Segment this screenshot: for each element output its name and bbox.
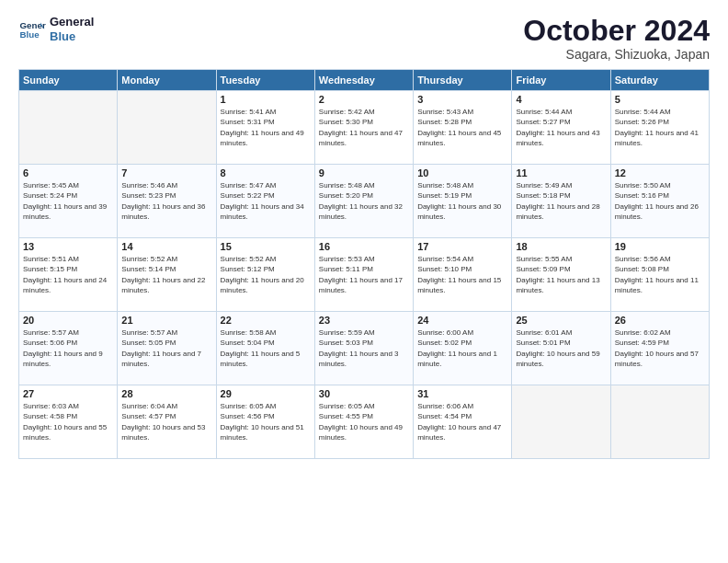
day-number: 17 xyxy=(417,241,507,252)
week-row-1: 1Sunrise: 5:41 AMSunset: 5:31 PMDaylight… xyxy=(19,91,710,165)
day-number: 28 xyxy=(121,388,211,399)
weekday-header-row: SundayMondayTuesdayWednesdayThursdayFrid… xyxy=(19,70,710,91)
week-row-3: 13Sunrise: 5:51 AMSunset: 5:15 PMDayligh… xyxy=(19,238,710,312)
calendar-cell-24: 24Sunrise: 6:00 AMSunset: 5:02 PMDayligh… xyxy=(414,312,512,385)
calendar-container: General Blue General Blue October 2024 S… xyxy=(0,0,728,563)
day-number: 13 xyxy=(23,241,113,252)
calendar-cell-27: 27Sunrise: 6:03 AMSunset: 4:58 PMDayligh… xyxy=(19,385,118,459)
day-info: Sunrise: 5:48 AMSunset: 5:20 PMDaylight:… xyxy=(319,180,409,222)
calendar-table: SundayMondayTuesdayWednesdayThursdayFrid… xyxy=(18,69,710,459)
calendar-cell-7: 7Sunrise: 5:46 AMSunset: 5:23 PMDaylight… xyxy=(118,165,216,238)
day-number: 31 xyxy=(417,388,507,399)
week-row-5: 27Sunrise: 6:03 AMSunset: 4:58 PMDayligh… xyxy=(19,385,710,459)
day-number: 22 xyxy=(221,315,311,326)
day-number: 27 xyxy=(23,388,113,399)
day-info: Sunrise: 5:57 AMSunset: 5:06 PMDaylight:… xyxy=(23,327,113,369)
calendar-cell-31: 31Sunrise: 6:06 AMSunset: 4:54 PMDayligh… xyxy=(414,385,512,459)
day-number: 1 xyxy=(221,94,311,105)
day-info: Sunrise: 6:02 AMSunset: 4:59 PMDaylight:… xyxy=(615,327,705,369)
day-info: Sunrise: 5:53 AMSunset: 5:11 PMDaylight:… xyxy=(319,254,409,295)
calendar-cell-4: 4Sunrise: 5:44 AMSunset: 5:27 PMDaylight… xyxy=(512,91,610,165)
day-number: 23 xyxy=(319,315,409,326)
calendar-cell-6: 6Sunrise: 5:45 AMSunset: 5:24 PMDaylight… xyxy=(19,165,118,238)
day-number: 21 xyxy=(121,315,211,326)
day-info: Sunrise: 5:52 AMSunset: 5:12 PMDaylight:… xyxy=(221,254,311,295)
day-number: 6 xyxy=(23,167,113,178)
calendar-cell-19: 19Sunrise: 5:56 AMSunset: 5:08 PMDayligh… xyxy=(610,238,709,312)
day-info: Sunrise: 6:00 AMSunset: 5:02 PMDaylight:… xyxy=(417,327,507,369)
month-title: October 2024 xyxy=(523,15,710,47)
day-info: Sunrise: 5:46 AMSunset: 5:23 PMDaylight:… xyxy=(121,180,211,222)
day-info: Sunrise: 5:44 AMSunset: 5:27 PMDaylight:… xyxy=(516,107,606,148)
day-info: Sunrise: 5:47 AMSunset: 5:22 PMDaylight:… xyxy=(221,180,311,222)
calendar-cell-23: 23Sunrise: 5:59 AMSunset: 5:03 PMDayligh… xyxy=(314,312,413,385)
day-info: Sunrise: 5:57 AMSunset: 5:05 PMDaylight:… xyxy=(121,327,211,369)
week-row-4: 20Sunrise: 5:57 AMSunset: 5:06 PMDayligh… xyxy=(19,312,710,385)
day-info: Sunrise: 6:05 AMSunset: 4:55 PMDaylight:… xyxy=(319,401,409,442)
calendar-cell-20: 20Sunrise: 5:57 AMSunset: 5:06 PMDayligh… xyxy=(19,312,118,385)
weekday-header-sunday: Sunday xyxy=(19,70,118,91)
weekday-header-friday: Friday xyxy=(512,70,610,91)
logo: General Blue General Blue xyxy=(18,15,94,43)
calendar-cell-3: 3Sunrise: 5:43 AMSunset: 5:28 PMDaylight… xyxy=(414,91,512,165)
calendar-cell-25: 25Sunrise: 6:01 AMSunset: 5:01 PMDayligh… xyxy=(512,312,610,385)
day-number: 24 xyxy=(417,315,507,326)
calendar-cell-empty xyxy=(610,385,709,459)
calendar-cell-17: 17Sunrise: 5:54 AMSunset: 5:10 PMDayligh… xyxy=(414,238,512,312)
day-info: Sunrise: 5:41 AMSunset: 5:31 PMDaylight:… xyxy=(221,107,311,148)
day-info: Sunrise: 5:49 AMSunset: 5:18 PMDaylight:… xyxy=(516,180,606,222)
svg-text:Blue: Blue xyxy=(20,29,40,40)
day-number: 15 xyxy=(221,241,311,252)
location: Sagara, Shizuoka, Japan xyxy=(523,47,710,62)
day-info: Sunrise: 6:04 AMSunset: 4:57 PMDaylight:… xyxy=(121,401,211,442)
svg-text:General: General xyxy=(20,19,47,29)
day-number: 3 xyxy=(417,94,507,105)
calendar-cell-18: 18Sunrise: 5:55 AMSunset: 5:09 PMDayligh… xyxy=(512,238,610,312)
calendar-cell-22: 22Sunrise: 5:58 AMSunset: 5:04 PMDayligh… xyxy=(216,312,314,385)
calendar-cell-empty xyxy=(19,91,118,165)
day-info: Sunrise: 6:06 AMSunset: 4:54 PMDaylight:… xyxy=(417,401,507,442)
day-info: Sunrise: 6:01 AMSunset: 5:01 PMDaylight:… xyxy=(516,327,606,369)
day-info: Sunrise: 5:59 AMSunset: 5:03 PMDaylight:… xyxy=(319,327,409,369)
calendar-cell-29: 29Sunrise: 6:05 AMSunset: 4:56 PMDayligh… xyxy=(216,385,314,459)
calendar-cell-10: 10Sunrise: 5:48 AMSunset: 5:19 PMDayligh… xyxy=(414,165,512,238)
day-info: Sunrise: 5:51 AMSunset: 5:15 PMDaylight:… xyxy=(23,254,113,295)
calendar-cell-8: 8Sunrise: 5:47 AMSunset: 5:22 PMDaylight… xyxy=(216,165,314,238)
day-number: 5 xyxy=(615,94,705,105)
day-info: Sunrise: 6:03 AMSunset: 4:58 PMDaylight:… xyxy=(23,401,113,442)
day-number: 30 xyxy=(319,388,409,399)
calendar-cell-28: 28Sunrise: 6:04 AMSunset: 4:57 PMDayligh… xyxy=(118,385,216,459)
day-info: Sunrise: 5:56 AMSunset: 5:08 PMDaylight:… xyxy=(615,254,705,295)
day-number: 20 xyxy=(23,315,113,326)
day-number: 12 xyxy=(615,167,705,178)
calendar-cell-empty xyxy=(512,385,610,459)
calendar-cell-12: 12Sunrise: 5:50 AMSunset: 5:16 PMDayligh… xyxy=(610,165,709,238)
day-info: Sunrise: 5:43 AMSunset: 5:28 PMDaylight:… xyxy=(417,107,507,148)
calendar-cell-30: 30Sunrise: 6:05 AMSunset: 4:55 PMDayligh… xyxy=(314,385,413,459)
day-number: 14 xyxy=(121,241,211,252)
weekday-header-tuesday: Tuesday xyxy=(216,70,314,91)
calendar-cell-16: 16Sunrise: 5:53 AMSunset: 5:11 PMDayligh… xyxy=(314,238,413,312)
week-row-2: 6Sunrise: 5:45 AMSunset: 5:24 PMDaylight… xyxy=(19,165,710,238)
logo-icon: General Blue xyxy=(18,16,46,43)
day-number: 8 xyxy=(221,167,311,178)
day-info: Sunrise: 5:58 AMSunset: 5:04 PMDaylight:… xyxy=(221,327,311,369)
title-block: October 2024 Sagara, Shizuoka, Japan xyxy=(523,15,710,62)
day-info: Sunrise: 5:52 AMSunset: 5:14 PMDaylight:… xyxy=(121,254,211,295)
day-info: Sunrise: 5:44 AMSunset: 5:26 PMDaylight:… xyxy=(615,107,705,148)
day-number: 10 xyxy=(417,167,507,178)
calendar-cell-11: 11Sunrise: 5:49 AMSunset: 5:18 PMDayligh… xyxy=(512,165,610,238)
day-info: Sunrise: 5:50 AMSunset: 5:16 PMDaylight:… xyxy=(615,180,705,222)
day-number: 18 xyxy=(516,241,606,252)
day-number: 29 xyxy=(221,388,311,399)
day-number: 26 xyxy=(615,315,705,326)
logo-text-line1: General xyxy=(50,15,94,29)
weekday-header-wednesday: Wednesday xyxy=(314,70,413,91)
day-number: 11 xyxy=(516,167,606,178)
day-info: Sunrise: 5:55 AMSunset: 5:09 PMDaylight:… xyxy=(516,254,606,295)
weekday-header-saturday: Saturday xyxy=(610,70,709,91)
logo-text-line2: Blue xyxy=(50,29,94,44)
calendar-cell-14: 14Sunrise: 5:52 AMSunset: 5:14 PMDayligh… xyxy=(118,238,216,312)
day-info: Sunrise: 5:48 AMSunset: 5:19 PMDaylight:… xyxy=(417,180,507,222)
weekday-header-monday: Monday xyxy=(118,70,216,91)
